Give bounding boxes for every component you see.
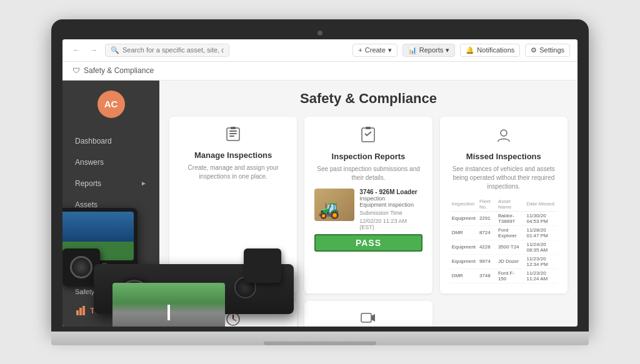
nav-forward-icon[interactable]: →: [88, 44, 100, 56]
inspection-submission-label: Submission Time: [359, 210, 422, 216]
missed-inspections-desc: See instances of vehicles and assets bei…: [450, 165, 558, 191]
sidebar-item-sites[interactable]: Sites: [62, 215, 159, 237]
col-inspection: Inspection: [450, 197, 478, 212]
sidebar-avatar-container: AC: [62, 81, 159, 125]
chevron-down-icon: ▾: [446, 46, 449, 54]
sidebar-item-assets[interactable]: Assets: [62, 194, 159, 215]
inspection-details: 3746 - 926M Loader Inspection Equipment …: [359, 189, 422, 230]
breadcrumb: 🛡 Safety & Compliance: [62, 62, 578, 81]
breadcrumb-text: Safety & Compliance: [84, 66, 154, 75]
card-driver-scorecard[interactable]: Driver Scorecard See scorecards of drive…: [169, 301, 297, 327]
notifications-button[interactable]: 🔔 Notifications: [460, 44, 520, 57]
create-button[interactable]: + Create ▾: [352, 44, 397, 57]
svg-rect-4: [229, 130, 237, 132]
sidebar-item-answers[interactable]: Answers: [62, 152, 159, 173]
missed-inspections-table: Inspection Fleet No. Asset Name Date Mis…: [450, 197, 558, 283]
shield-icon: 🛡: [72, 66, 80, 75]
tenna-logo-icon: [75, 305, 86, 317]
sidebar-item-dashboard[interactable]: Dashboard: [62, 130, 159, 152]
inspection-subtype: Equipment Inspection: [359, 202, 422, 208]
card-inspection-reports[interactable]: Inspection Reports See past inspection s…: [304, 117, 432, 293]
laptop-base: [51, 332, 589, 345]
svg-rect-12: [361, 313, 371, 322]
create-icon: +: [358, 46, 362, 54]
svg-rect-6: [229, 135, 234, 137]
tenna-logo: TENNA: [72, 300, 149, 319]
col-asset: Asset Name: [496, 197, 525, 212]
search-input[interactable]: [122, 46, 224, 54]
inspection-reports-title: Inspection Reports: [314, 152, 422, 161]
settings-button[interactable]: ⚙ Settings: [525, 44, 570, 57]
col-fleet: Fleet No.: [478, 197, 496, 212]
table-row: DMR3748Ford F-15011/23/20 11:24 AM: [450, 268, 558, 283]
inspection-submission-time: 12/02/20 11:23 AM (EST): [359, 218, 422, 230]
sidebar-bottom: Safety & Compliance ► TENNA: [62, 275, 159, 327]
gear-icon: ⚙: [531, 46, 537, 54]
table-row: DMR8724Ford Explorer11/28/20 01:47 PM: [450, 225, 558, 240]
cards-grid: Manage Inspections Create, manage and as…: [169, 117, 568, 327]
avatar[interactable]: AC: [98, 91, 125, 118]
inspection-thumbnail: [314, 189, 354, 221]
sidebar-item-reports[interactable]: Reports ►: [62, 173, 159, 194]
laptop-screen: ← → 🔍 + Create ▾ 📊 Reports ▾: [62, 39, 578, 327]
inspection-reports-icon: [314, 127, 422, 147]
sidebar-item-safety-compliance[interactable]: Safety & Compliance ►: [72, 283, 149, 300]
bell-icon: 🔔: [466, 46, 474, 54]
laptop-camera: [318, 31, 322, 36]
inspection-type: Inspection: [359, 195, 422, 202]
chevron-right-icon: ►: [141, 180, 147, 187]
table-row: Equipment42283500 T2411/24/20 08:35 AM: [450, 240, 558, 254]
missed-inspections-title: Missed Inspections: [450, 152, 558, 161]
manage-inspections-icon: [179, 127, 287, 145]
laptop-container: ← → 🔍 + Create ▾ 📊 Reports ▾: [51, 19, 589, 345]
svg-rect-5: [229, 133, 237, 134]
sidebar-nav: Dashboard Answers Reports ► Assets: [62, 125, 159, 275]
svg-rect-7: [231, 127, 236, 129]
top-nav: ← → 🔍 + Create ▾ 📊 Reports ▾: [62, 39, 578, 62]
main-content: Safety & Compliance: [159, 81, 578, 327]
table-row: Equipment2291Baldor-T3889711/30/20 04:53…: [450, 211, 558, 225]
screen-bezel: ← → 🔍 + Create ▾ 📊 Reports ▾: [51, 19, 589, 332]
nav-back-icon[interactable]: ←: [70, 44, 82, 56]
pass-badge: PASS: [314, 234, 422, 252]
reports-icon: 📊: [408, 46, 417, 54]
reports-button[interactable]: 📊 Reports ▾: [402, 44, 456, 57]
card-tennacam[interactable]: TennaCAM 2.0 See all TennaCAM 2.0 safety…: [304, 301, 432, 327]
sidebar: AC Dashboard Answers Reports ►: [62, 81, 159, 327]
search-icon: 🔍: [111, 46, 119, 54]
search-bar-container[interactable]: 🔍: [105, 44, 229, 57]
scorecard-icon: [179, 311, 287, 327]
card-manage-inspections[interactable]: Manage Inspections Create, manage and as…: [169, 117, 297, 293]
chevron-right-icon: ►: [141, 288, 147, 295]
svg-rect-0: [76, 310, 79, 315]
missed-inspections-icon: [450, 127, 558, 147]
card-missed-inspections[interactable]: Missed Inspections See instances of vehi…: [440, 117, 568, 293]
inspection-item-number: 3746 - 926M Loader: [359, 189, 422, 195]
main-area: AC Dashboard Answers Reports ►: [62, 81, 578, 327]
svg-rect-1: [79, 308, 82, 315]
inspection-reports-desc: See past inspection submissions and thei…: [314, 165, 422, 182]
svg-rect-9: [366, 127, 371, 129]
chevron-down-icon: ▾: [388, 46, 392, 54]
page-title: Safety & Compliance: [169, 91, 568, 107]
col-date: Date Missed: [524, 197, 558, 212]
table-row: Equipment9974JD Dozer11/23/20 12:34 PM: [450, 254, 558, 268]
svg-point-10: [501, 130, 507, 136]
inspection-preview: 3746 - 926M Loader Inspection Equipment …: [314, 189, 422, 230]
manage-inspections-title: Manage Inspections: [179, 150, 287, 160]
manage-inspections-desc: Create, manage and assign your inspectio…: [179, 164, 287, 181]
tennacam-icon: [314, 311, 422, 327]
svg-rect-2: [82, 306, 85, 315]
